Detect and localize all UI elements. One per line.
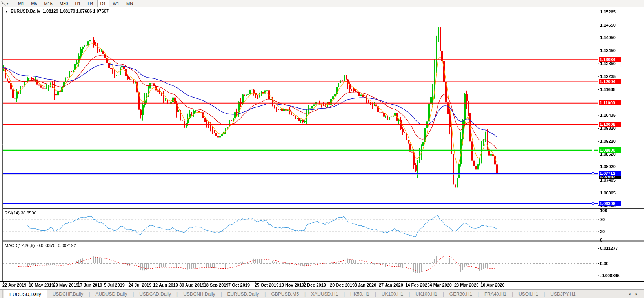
timeframe-button-w1[interactable]: W1: [110, 0, 123, 7]
scroll-right-icon[interactable]: ►: [635, 292, 639, 296]
tab-scroll-arrows: ◄ ►: [628, 290, 644, 298]
timeframe-button-d1[interactable]: D1: [97, 0, 109, 7]
chart-tab-usdchf-daily[interactable]: USDCHF,Daily: [47, 290, 89, 298]
chart-tab-usdcnh-daily[interactable]: USDCNH,Daily: [178, 290, 220, 298]
tabbar-grip: [0, 290, 3, 298]
timeframe-button-h4[interactable]: H4: [84, 0, 96, 7]
hline-price-label[interactable]: 1.11009: [599, 100, 621, 105]
timeframe-button-h1[interactable]: H1: [72, 0, 84, 7]
chart-tab-fra40-h1[interactable]: FRA40,H1: [479, 290, 512, 298]
hline-price-label[interactable]: 1.06306: [599, 201, 621, 206]
chart-tabs: EURUSD,DailyUSDCHF,Daily|AUDUSD,Daily|US…: [4, 290, 581, 298]
chart-tab-audusd-daily[interactable]: AUDUSD,Daily: [90, 290, 133, 298]
timeframe-button-m30[interactable]: M30: [56, 0, 71, 7]
chart-title: ▼EURUSD,Daily 1.08129 1.08179 1.07606 1.…: [5, 9, 109, 13]
timeframe-button-m5[interactable]: M5: [28, 0, 40, 7]
chart-tab-eurusd-daily[interactable]: EURUSD,Daily: [222, 290, 265, 298]
hline-price-label[interactable]: 1.12004: [599, 79, 621, 84]
chart-tab-uk100-h1[interactable]: UK100,H1: [376, 290, 409, 298]
hline-price-label[interactable]: 1.07712: [599, 171, 621, 176]
hline-price-label[interactable]: 1.13034: [599, 57, 621, 62]
chart-tab-eurusd-daily[interactable]: EURUSD,Daily: [4, 290, 47, 298]
collapse-triangle-icon[interactable]: ▼: [5, 10, 8, 13]
scroll-left-icon[interactable]: ◄: [628, 292, 631, 296]
chart-tab-xauusd-h1[interactable]: XAUUSD,H1: [306, 290, 344, 298]
toolbar-grip: [11, 1, 13, 6]
timeframe-button-m15[interactable]: M15: [41, 0, 56, 7]
chevron-down-icon[interactable]: ▾: [7, 2, 8, 5]
chart-tab-usdjpy-h1[interactable]: USDJPY,H1: [545, 290, 581, 298]
chart-tab-usdcad-daily[interactable]: USDCAD,Daily: [134, 290, 176, 298]
hline-price-label[interactable]: 1.08800: [599, 147, 621, 153]
chart-symbol-period: EURUSD,Daily: [11, 9, 40, 13]
chart-tab-uk100-h1[interactable]: UK100,H1: [410, 290, 442, 298]
chart-canvas[interactable]: [0, 0, 644, 298]
chart-tab-usoil-h1[interactable]: USOil,H1: [513, 290, 544, 298]
chart-tab-hk50-h1[interactable]: HK50,H1: [345, 290, 375, 298]
hline-price-label[interactable]: 1.10008: [599, 122, 621, 127]
timeframe-toolbar: ▾ M1M5M15M30H1H4D1W1MN: [0, 0, 644, 7]
line-studies-icon[interactable]: [1, 1, 6, 6]
timeframe-button-m1[interactable]: M1: [15, 0, 27, 7]
chart-ohlc-values: 1.08129 1.08179 1.07606 1.07667: [43, 9, 109, 13]
chart-tab-bar: EURUSD,DailyUSDCHF,Daily|AUDUSD,Daily|US…: [0, 289, 644, 298]
timeframe-buttons: M1M5M15M30H1H4D1W1MN: [15, 0, 136, 7]
mt4-window: { "toolbar": { "tool_icon": "line-studie…: [0, 0, 644, 298]
chart-tab-gbpusd-m5[interactable]: GBPUSD,M5: [266, 290, 304, 298]
chart-tab-ger30-h1[interactable]: GER30,H1: [444, 290, 478, 298]
timeframe-button-mn[interactable]: MN: [123, 0, 136, 7]
